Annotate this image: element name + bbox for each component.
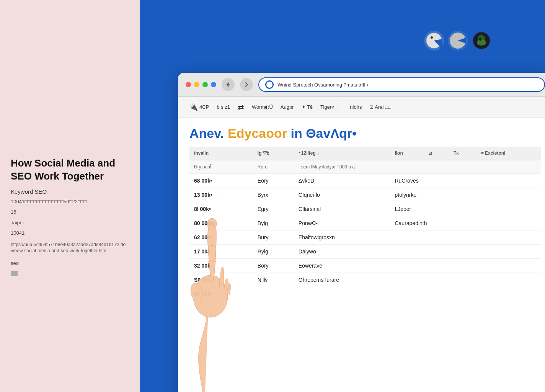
url-bar[interactable]: Wnind Sprotech Ovsamoning ?mats αítl ›	[258, 77, 545, 92]
toolbar-label-plugin: 4CP	[199, 104, 209, 110]
meta-line-1: 10041□□□□□□□□□□□□□50□22□□□	[11, 198, 129, 206]
col2-cell: CIlarsinal	[294, 202, 390, 216]
toolbar-item-worm[interactable]: Worm◐Ú	[252, 104, 273, 110]
col1-cell: Byrx	[253, 188, 294, 202]
vol-cell: 8F 00k•	[189, 287, 253, 301]
col2-cell: Ehalfowigrosxn	[294, 230, 390, 245]
toolbar-label-worm: Worm◐Ú	[252, 104, 273, 110]
heading-text-1: Anev.	[189, 126, 224, 140]
col2-cell: Eowerave	[294, 259, 390, 273]
th-lion: lion	[390, 147, 424, 160]
top-icon-1	[424, 31, 444, 51]
table-row: 32 00k• Bory Eowerave	[189, 259, 541, 273]
toolbar-item-plugin[interactable]: 🔌 4CP	[189, 103, 209, 111]
toolbar-label-tiger: Tiger√	[320, 104, 334, 110]
table-row: 8I 00k• Egry CIlarsinal LJeper	[189, 202, 541, 216]
meta-line-2: 15	[11, 208, 129, 216]
svg-point-6	[477, 39, 486, 46]
traffic-lights	[186, 82, 216, 87]
col3-cell	[390, 230, 541, 245]
col1-cell: Rylg	[253, 245, 294, 259]
toolbar-item-2[interactable]: b s z1	[217, 104, 230, 110]
table-subheader-row: Hry ounĪ Roro I sem IMey iludyaı T003 b …	[189, 160, 541, 174]
col2-cell: ΔvkeD	[294, 174, 390, 188]
table-row: 13 00k•→ Byrx CIqnei-lo ptolynrke	[189, 188, 541, 202]
toolbar-item-tiger[interactable]: Tiger√	[320, 104, 334, 110]
traffic-light-yellow[interactable]	[194, 82, 199, 87]
col1-cell: Eory	[253, 174, 294, 188]
toolbar-label-2: b s z1	[217, 104, 230, 110]
meta-line-3: Taipei	[11, 219, 129, 227]
page-title: How Social Media and SEO Work Together	[11, 157, 129, 183]
top-icons-area	[424, 31, 491, 51]
seo-tag: seo	[11, 260, 129, 266]
toolbar-label-te: ✦ Tē	[302, 104, 313, 110]
th-tk: Tк	[449, 147, 476, 160]
col1-cell	[253, 287, 294, 301]
col3-cell: ptolynrke	[390, 188, 541, 202]
subhdr-2: Roro	[253, 160, 294, 174]
table-row: 62 00k• Bury Ehalfowigrosxn	[189, 230, 541, 245]
th-invalin: ínvalin	[189, 147, 253, 160]
refresh-icon: ⇄	[238, 103, 244, 112]
toolbar-label-aral: ⊡ Aral □□	[369, 104, 391, 110]
meta-line-4: 10041	[11, 229, 129, 237]
col2-cell: CIqnei-lo	[294, 188, 390, 202]
col3-cell: Caurapedinth	[390, 216, 541, 230]
toolbar-item-refresh[interactable]: ⇄	[238, 103, 244, 112]
col1-cell: Egry	[253, 202, 294, 216]
table-row: 80 00k• Bylg PonwΩ- Caurapedinth	[189, 216, 541, 230]
col2-cell: Dalywo	[294, 245, 390, 259]
subhdr-1: Hry ounĪ	[189, 160, 253, 174]
svg-point-1	[431, 36, 433, 39]
vol-cell: 32 00k•	[189, 259, 253, 273]
table-row: 68 00k• Eory ΔvkeD RuCroves	[189, 174, 541, 188]
th-excietoni: ≈ Excietoni	[476, 147, 541, 160]
tag-icon	[11, 271, 18, 276]
traffic-light-blue[interactable]	[211, 82, 216, 87]
vol-cell: 62 00k•	[189, 230, 253, 245]
col3-cell: RuCroves	[390, 174, 541, 188]
forward-button[interactable]	[240, 78, 253, 91]
table-row: 8F 00k•	[189, 287, 541, 301]
col2-cell	[294, 287, 390, 301]
toolbar-label-augpr: Augpr	[281, 104, 294, 110]
heading-text-2: Edycaoor	[228, 126, 290, 140]
vol-cell: 80 00k•	[189, 216, 253, 230]
right-panel: Wnind Sprotech Ovsamoning ?mats αítl › 🔌…	[140, 0, 545, 392]
browser-toolbar: 🔌 4CP b s z1 ⇄ Worm◐Ú Augpr ✦ Tē Tiger√	[178, 97, 545, 118]
vol-cell: 68 00k•	[189, 174, 253, 188]
col3-cell	[390, 245, 541, 259]
toolbar-item-te[interactable]: ✦ Tē	[302, 104, 313, 110]
col3-cell	[390, 259, 541, 273]
toolbar-item-aral[interactable]: ⊡ Aral □□	[369, 104, 391, 110]
traffic-light-green[interactable]	[202, 82, 208, 87]
col2-cell: PonwΩ-	[294, 216, 390, 230]
table-row: 17 004• Rylg Dalywo	[189, 245, 541, 259]
toolbar-divider	[342, 102, 342, 113]
vol-cell: S0 00k•	[189, 273, 253, 287]
toolbar-item-augpr[interactable]: Augpr	[281, 104, 294, 110]
th-lifeg: ~12lifeg ↓	[294, 147, 390, 160]
top-icon-3	[472, 31, 491, 51]
col2-cell: OhrepemsTurare	[294, 273, 390, 287]
traffic-light-red[interactable]	[186, 82, 191, 87]
col1-cell: Bylg	[253, 216, 294, 230]
col3-cell	[390, 273, 541, 287]
col3-cell	[390, 287, 541, 301]
page-url: https://pub-5c454f571b8e40a3a2aad27ade84…	[11, 242, 129, 255]
top-icon-2	[448, 31, 468, 51]
content-heading: Anev. Edycaoor in ΘavΛqr•	[189, 125, 541, 141]
browser-content: Anev. Edycaoor in ΘavΛqr• ínvalin lg Ͳb …	[178, 118, 545, 392]
vol-cell: 8I 00k•	[189, 202, 253, 216]
vol-cell: 17 004•	[189, 245, 253, 259]
col1-cell: Bury	[253, 230, 294, 245]
back-button[interactable]	[222, 78, 235, 91]
url-bar-text: Wnind Sprotech Ovsamoning ?mats αítl ›	[277, 82, 368, 88]
th-arrow: ⊿	[424, 147, 449, 160]
toolbar-item-nloirs[interactable]: nloirs	[350, 104, 362, 110]
url-bar-icon	[265, 80, 274, 89]
left-panel: How Social Media and SEO Work Together K…	[0, 0, 140, 392]
table-header-row: ínvalin lg Ͳb ~12lifeg ↓ lion ⊿ Tк ≈ Exc…	[189, 147, 541, 160]
col3-cell: LJeper	[390, 202, 541, 216]
